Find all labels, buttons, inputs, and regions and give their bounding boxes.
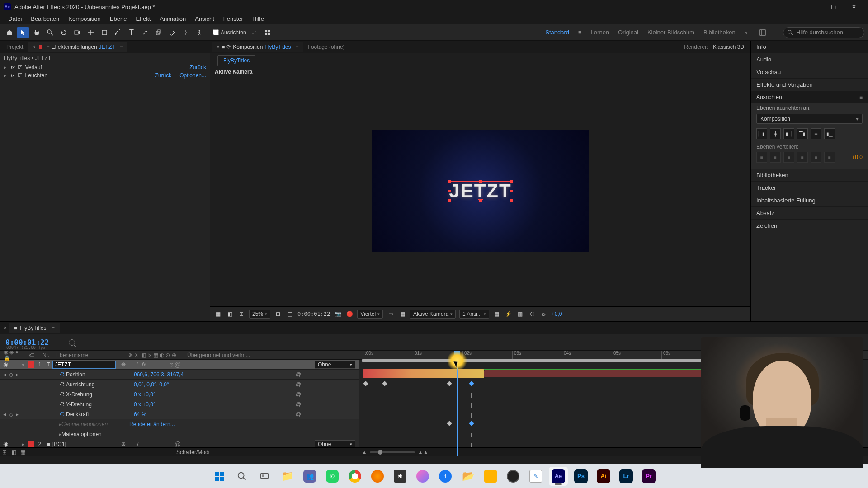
whatsapp-icon[interactable]: ✆ [323,467,342,486]
align-vcenter-icon[interactable]: ╋ [811,128,821,139]
panel-effects-presets[interactable]: Effekte und Vorgaben [751,79,868,91]
reset-exposure-icon[interactable]: ☼ [540,310,548,318]
start-icon[interactable] [210,467,229,486]
menu-effect[interactable]: Effekt [131,14,155,24]
flowchart-icon[interactable]: ⬡ [528,310,536,318]
pixel-aspect-icon[interactable]: ▤ [493,310,501,318]
kf-prev-icon[interactable]: ◂ [2,371,7,378]
align-left-icon[interactable]: ▏▮ [756,128,767,139]
app-icon-2[interactable] [481,467,500,486]
panel-tracker[interactable]: Tracker [751,182,868,194]
pen-tool[interactable] [112,27,124,38]
camera-tool[interactable] [71,27,83,38]
exposure-value[interactable]: +0,0 [552,311,562,317]
panel-paragraph[interactable]: Absatz [751,207,868,220]
snap-checkbox[interactable] [213,29,219,35]
views-dropdown[interactable]: 1 Ansi... [459,310,489,319]
help-search[interactable]: Hilfe durchsuchen [783,27,864,38]
close-button[interactable]: ✕ [844,0,864,14]
workspace-layout-icon[interactable] [757,27,769,38]
zoom-slider-track[interactable] [370,451,415,453]
panel-align-title[interactable]: Ausrichten [756,94,782,100]
align-target-dropdown[interactable]: Komposition▾ [756,114,863,124]
panel-character[interactable]: Zeichen [751,220,868,232]
toggle-frames-icon[interactable]: ▦ [18,449,27,455]
prop-xrotation[interactable]: ⏱ X-Drehung 0 x +0,0° @ [0,389,359,399]
app-icon-1[interactable]: ✱ [391,467,410,486]
snap-options-icon[interactable] [248,27,260,38]
timeline-search-icon[interactable] [69,339,75,346]
workspace-libraries[interactable]: Bibliotheken [703,29,736,36]
effect-leuchten[interactable]: ▸ fx ☑ Leuchten Zurück Optionen... [0,71,210,80]
align-top-icon[interactable]: ▔▮ [797,128,808,139]
teams-icon[interactable]: 👥 [300,467,319,486]
stopwatch-icon[interactable]: ⏱ [59,391,66,398]
transparency-grid-icon[interactable]: ▦ [398,310,406,318]
illustrator-icon[interactable]: Ai [594,467,613,486]
res-toggle-icon[interactable]: ⊡ [274,310,282,318]
panel-audio[interactable]: Audio [751,53,868,66]
pickwhip-icon[interactable]: @ [175,361,184,368]
panel-content-aware[interactable]: Inhaltsbasierte Füllung [751,194,868,207]
stopwatch-icon[interactable]: ⏱ [59,411,66,418]
comp-breadcrumb[interactable]: FlyByTitles [217,55,255,66]
layer-row-1[interactable]: ◉ ▾ 1 T ❋/fx⊙ @ Ohne [0,360,359,370]
channel-icon[interactable]: ⊞ [237,310,245,318]
layer-name-input[interactable] [52,361,116,369]
panel-libraries[interactable]: Bibliotheken [751,169,868,182]
clone-tool[interactable] [153,27,165,38]
workspace-original[interactable]: Original [618,29,638,36]
menu-animation[interactable]: Animation [155,14,190,24]
menu-edit[interactable]: Bearbeiten [26,14,64,24]
selection-tool[interactable] [17,27,29,38]
menu-composition[interactable]: Komposition [64,14,105,24]
mask-icon[interactable]: ◧ [226,310,234,318]
roto-tool[interactable] [180,27,192,38]
kf-next-icon[interactable]: ▸ [14,371,20,378]
workspace-learn[interactable]: Lernen [591,29,609,36]
prop-material-options[interactable]: ▸ Materialoptionen [0,429,359,439]
zoom-dropdown[interactable]: 25% [249,310,270,319]
timeline-tab[interactable]: ■ FlyByTitles ≡ [9,323,60,333]
align-hcenter-icon[interactable]: ╋ [770,128,781,139]
kf-add-icon[interactable]: ◇ [8,371,14,378]
shape-tool[interactable] [99,27,110,38]
lightroom-icon[interactable]: Lr [617,467,636,486]
workspace-small[interactable]: Kleiner Bildschirm [647,29,694,36]
menu-view[interactable]: Ansicht [190,14,219,24]
toggle-switches-icon[interactable]: ⊞ [0,449,9,455]
camera-dropdown[interactable]: Aktive Kamera [410,310,456,319]
tab-project[interactable]: Projekt [2,42,28,52]
renderer-label[interactable]: Renderer: Klassisch 3D [684,44,749,50]
panel-preview[interactable]: Vorschau [751,66,868,79]
toggle-modes-icon[interactable]: ◧ [9,449,18,455]
after-effects-taskbar-icon[interactable]: Ae [549,467,568,486]
visibility-toggle[interactable]: ◉ [2,361,9,368]
timeline-tab-close-icon[interactable]: × [2,325,9,331]
fast-preview-icon[interactable]: ⚡ [505,310,513,318]
tab-effect-controls[interactable]: × ≡ Effekteinstellungen JETZT ≡ [28,42,127,52]
prop-opacity[interactable]: ◂◇▸ ⏱ Deckkraft 64 % @ [0,409,359,419]
type-tool[interactable]: T [126,27,137,38]
dist-value[interactable]: +0,0 [852,154,863,160]
grid-icon[interactable]: ▦ [214,310,222,318]
chrome-icon[interactable] [345,467,364,486]
timeline-icon[interactable]: ▥ [516,310,524,318]
pan-behind-tool[interactable] [85,27,97,38]
premiere-icon[interactable]: Pr [639,467,658,486]
maximize-button[interactable]: ▢ [823,0,844,14]
firefox-icon[interactable] [368,467,387,486]
folder-icon[interactable]: 📂 [458,467,477,486]
puppet-tool[interactable] [193,27,205,38]
tab-footage[interactable]: Footage (ohne) [303,42,349,52]
align-bottom-icon[interactable]: ▮▁ [824,128,835,139]
panel-align-menu-icon[interactable]: ≡ [859,94,863,100]
menu-layer[interactable]: Ebene [105,14,132,24]
brush-tool[interactable] [139,27,151,38]
zoom-in-icon[interactable]: ▲▲ [418,449,429,455]
stopwatch-icon[interactable]: ⏱ [59,371,66,378]
task-view-icon[interactable] [255,467,274,486]
workspace-overflow[interactable]: » [745,29,748,36]
parent-dropdown[interactable]: Ohne [315,361,355,369]
menu-file[interactable]: Datei [4,14,26,24]
